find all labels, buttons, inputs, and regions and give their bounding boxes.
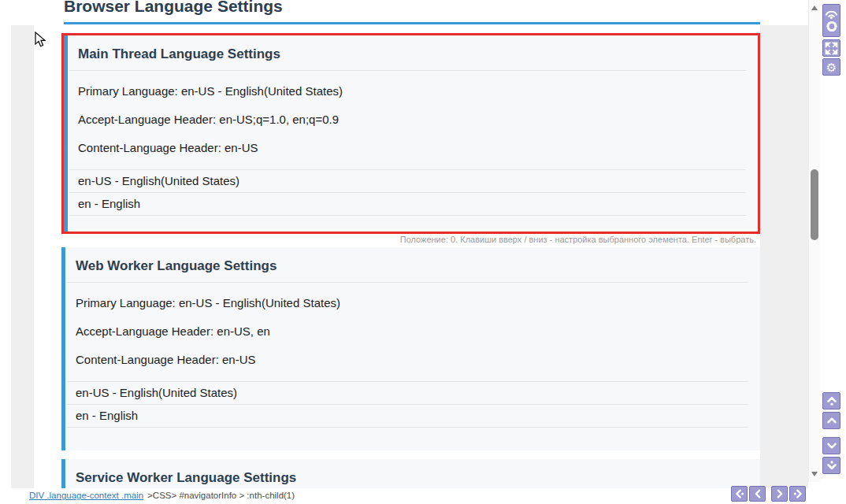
settings-gear-icon[interactable]: ⚙: [822, 58, 840, 76]
breadcrumb-link[interactable]: DIV .language-context .main: [29, 491, 143, 500]
chevron-left-dot-icon: [733, 487, 746, 500]
page-title: Browser Language Settings: [64, 0, 283, 15]
picker-status-note: Положение: 0. Клавиши вверх / вниз - нас…: [61, 235, 756, 244]
next-element-button[interactable]: [822, 437, 840, 454]
chevron-left-icon: [751, 487, 764, 500]
nav-next-button[interactable]: [771, 486, 788, 502]
breadcrumb-path: >CSS> #navigatorInfo > :nth-child(1): [147, 491, 295, 500]
primary-language-field: Primary Language: en-US - English(United…: [78, 84, 746, 98]
chevron-right-dot-icon: [792, 487, 804, 500]
first-element-button[interactable]: [822, 392, 840, 410]
chevron-down-icon: [825, 439, 839, 453]
language-list-item[interactable]: en - English: [69, 193, 746, 216]
previous-element-button[interactable]: [822, 412, 840, 429]
circle-icon: [826, 20, 838, 32]
nav-previous-button[interactable]: [749, 486, 766, 502]
content-language-field: Content-Language Header: en-US: [76, 353, 748, 367]
accept-language-field: Accept-Language Header: en-US, en: [76, 324, 748, 339]
nav-first-button[interactable]: [731, 486, 748, 502]
breadcrumb: DIV .language-context .main>CSS> #naviga…: [29, 491, 295, 501]
accept-language-field: Accept-Language Header: en-US;q=1.0, en;…: [78, 113, 746, 127]
chevron-right-icon: [774, 487, 786, 500]
language-list-item[interactable]: en - English: [67, 405, 748, 428]
language-list-item[interactable]: en-US - English(United States): [69, 170, 746, 193]
broadcast-icon: [824, 9, 839, 19]
selection-highlight-box: Main Thread Language Settings Primary La…: [61, 33, 760, 234]
chevron-down-dot-icon: [825, 458, 839, 472]
scroll-down-arrow[interactable]: [811, 472, 818, 476]
primary-language-field: Primary Language: en-US - English(United…: [76, 296, 748, 310]
scrollbar-thumb[interactable]: [811, 169, 818, 240]
language-list: en-US - English(United States) en - Engl…: [69, 169, 746, 216]
section-title: Service Worker Language Settings: [67, 459, 748, 488]
section-service-worker[interactable]: Service Worker Language Settings: [61, 459, 760, 488]
fullscreen-icon[interactable]: [822, 39, 840, 57]
section-web-worker[interactable]: Web Worker Language Settings Primary Lan…: [61, 247, 760, 450]
title-underline: [64, 22, 760, 24]
content-language-field: Content-Language Header: en-US: [78, 141, 746, 155]
chevron-up-dot-icon: [825, 394, 839, 408]
language-list: en-US - English(United States) en - Engl…: [67, 381, 748, 428]
screen-reader-button[interactable]: [822, 4, 840, 37]
nav-last-button[interactable]: [789, 486, 806, 502]
vertical-scrollbar[interactable]: [808, 0, 820, 482]
section-main-thread[interactable]: Main Thread Language Settings Primary La…: [64, 35, 758, 232]
scroll-up-arrow[interactable]: [811, 6, 818, 10]
section-title: Main Thread Language Settings: [69, 35, 746, 71]
section-title: Web Worker Language Settings: [67, 247, 748, 283]
last-element-button[interactable]: [822, 457, 840, 474]
chevron-up-icon: [825, 413, 839, 428]
language-list-item[interactable]: en-US - English(United States): [67, 382, 748, 405]
